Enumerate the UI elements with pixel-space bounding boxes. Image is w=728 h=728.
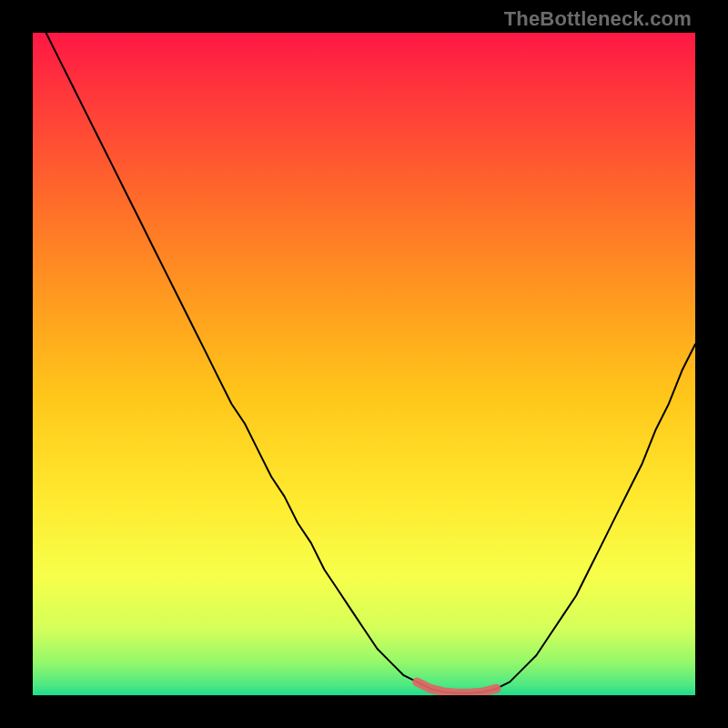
curve-path (46, 33, 695, 693)
chart-frame: TheBottleneck.com (0, 0, 728, 728)
optimal-band-highlight (417, 682, 496, 693)
plot-area (33, 33, 695, 695)
bottleneck-curve (33, 33, 695, 695)
watermark-text: TheBottleneck.com (504, 7, 692, 31)
